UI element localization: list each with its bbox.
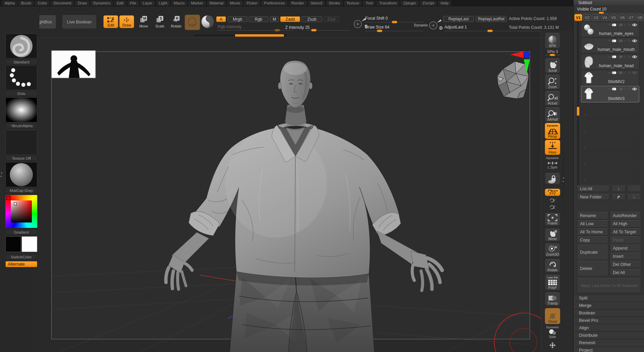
button-copy[interactable]: Copy — [577, 236, 608, 244]
move-out-folder-button[interactable]: ↱ — [611, 194, 626, 200]
move-into-folder-button[interactable]: ↳ — [627, 194, 641, 200]
uv-toggle-icon[interactable]: ◐ — [624, 23, 626, 26]
menu-movie[interactable]: Movie — [227, 1, 243, 6]
menu-draw[interactable]: Draw — [75, 1, 89, 6]
menu-alpha[interactable]: Alpha — [2, 1, 17, 6]
alpha-mode-button[interactable]: A — [216, 16, 226, 22]
subtool-dropdown-icon[interactable]: ▾ — [608, 55, 610, 59]
menu-brush[interactable]: Brush — [18, 1, 34, 6]
button-autoreorder[interactable]: AutoReorder — [610, 212, 641, 219]
draw-button[interactable]: Draw — [119, 15, 134, 28]
adjust-last-thumb[interactable] — [487, 30, 493, 32]
polypaint-toggle-icon[interactable] — [611, 71, 617, 74]
brush-thumbnail[interactable] — [5, 34, 37, 59]
button-del-other[interactable]: Del Other — [610, 261, 641, 268]
rgb-intensity-slider[interactable] — [217, 30, 293, 31]
menu-marker[interactable]: Marker — [188, 1, 206, 6]
version-tab-v8[interactable]: V8 — [636, 14, 644, 21]
shelf-actual-button[interactable]: x1Actual — [545, 91, 560, 106]
menu-light[interactable]: Light — [156, 1, 170, 6]
alpha-thumbnail[interactable] — [5, 97, 37, 122]
menu-zplugin[interactable]: Zplugin — [400, 1, 419, 6]
shelf-frame-button[interactable]: Frame — [545, 213, 560, 226]
polypaint-toggle-icon[interactable] — [618, 55, 623, 58]
shelf-solo-button[interactable]: Solo — [545, 329, 560, 339]
section-project[interactable]: Project — [574, 347, 644, 352]
spix-slider[interactable]: SPix 3 — [545, 50, 560, 56]
subtool-row-empty[interactable] — [581, 136, 639, 151]
shelf-xyz-button[interactable]: XYZXYZ — [545, 189, 560, 196]
m-button[interactable]: M — [270, 16, 279, 22]
subtool-dropdown-icon[interactable]: ▾ — [608, 23, 610, 26]
texture-thumbnail[interactable] — [5, 130, 37, 155]
menu-document[interactable]: Document — [51, 1, 74, 6]
uv-toggle-icon[interactable]: ◐ — [624, 55, 626, 59]
shelf-bpr-button[interactable]: BPR — [545, 33, 560, 48]
move-subtool-up-button[interactable]: ↑ — [611, 186, 626, 192]
button-paste[interactable]: Paste — [610, 236, 641, 244]
shelf-zoom-button[interactable]: Zoom — [545, 75, 560, 90]
polypaint-toggle-icon[interactable] — [611, 39, 617, 42]
spix-thumb[interactable] — [550, 54, 555, 56]
visibility-eye-icon[interactable] — [632, 39, 637, 42]
paint-toggle-icon[interactable]: ✎ — [628, 71, 630, 75]
subtool-dropdown-icon[interactable]: ▾ — [608, 71, 610, 75]
subtool-row-ShirtMV2[interactable]: ▾◐✎ShirtMV2 — [581, 70, 639, 85]
section-merge[interactable]: Merge — [574, 302, 644, 309]
subtool-row-empty[interactable] — [581, 152, 639, 168]
material-ball-button[interactable] — [201, 15, 215, 29]
button-new-folder[interactable]: New Folder — [577, 194, 609, 200]
uv-toggle-icon[interactable]: ◐ — [624, 39, 626, 42]
visible-count-slider[interactable] — [576, 13, 642, 13]
menu-picker[interactable]: Picker — [244, 1, 260, 6]
tray-scroll-right-arrow[interactable]: ▸ — [1, 175, 2, 178]
version-tab-v2[interactable]: V2 — [583, 14, 591, 21]
shelf-scroll-right-arrow[interactable]: ▸ — [563, 180, 564, 183]
button-delete[interactable]: Delete — [577, 261, 608, 276]
shelf-scroll-button[interactable]: Scroll — [545, 58, 560, 73]
menu-stencil[interactable]: Stencil — [308, 1, 325, 6]
menu-layer[interactable]: Layer — [140, 1, 155, 6]
matcap-thumbnail[interactable] — [5, 162, 37, 187]
shelf-movev-button[interactable]: Move — [545, 229, 560, 241]
subtool-dropdown-icon[interactable]: ▾ — [608, 39, 610, 42]
draw-size-slider[interactable] — [365, 31, 423, 31]
shelf-aahalf-button[interactable]: AAHalf — [545, 107, 560, 122]
version-tab-v4[interactable]: V4 — [601, 14, 609, 21]
menu-transform[interactable]: Transform — [376, 1, 399, 6]
paint-toggle-icon[interactable]: ✎ — [628, 55, 630, 59]
menu-dynamics[interactable]: Dynamics — [90, 1, 113, 6]
rgb-button[interactable]: Rgb — [249, 16, 268, 22]
mrgb-button[interactable]: Mrgb — [228, 16, 247, 22]
section-remesh[interactable]: Remesh — [574, 339, 644, 346]
shelf-scroll-strip[interactable]: ◂▸ — [562, 146, 565, 214]
move-gizmo-button[interactable]: M Move — [138, 15, 149, 29]
subtool-row-empty[interactable] — [581, 103, 639, 118]
subtool-scrollbar-thumb[interactable] — [577, 107, 579, 116]
menu-file[interactable]: File — [127, 1, 139, 6]
subtool-row-human_male_eyes[interactable]: ▾◐✎human_male_eyes — [581, 22, 639, 37]
button-duplicate[interactable]: Duplicate — [577, 245, 608, 260]
version-tab-v7[interactable]: V7 — [627, 14, 635, 21]
button-append[interactable]: Append — [610, 245, 641, 252]
polypaint-toggle-icon[interactable] — [611, 87, 617, 91]
shelf-zoom3d-button[interactable]: Zoom3D — [545, 243, 560, 257]
menu-color[interactable]: Color — [35, 1, 49, 6]
version-tab-v1[interactable]: V1 — [574, 14, 582, 21]
subtool-row-human_male_mouth[interactable]: ▾◐✎human_male_mouth — [581, 38, 639, 53]
menu-texture[interactable]: Texture — [344, 1, 362, 6]
tray-tile-alpha[interactable]: ~BrushAlpha — [5, 97, 37, 128]
draw-size-thumb[interactable] — [377, 30, 382, 32]
nav-thumbnail[interactable] — [51, 51, 96, 78]
shelf-rotz-button[interactable]: Z — [545, 204, 560, 210]
button-all-high[interactable]: All High — [610, 220, 641, 228]
stroke-thumbnail[interactable] — [5, 65, 37, 90]
uv-toggle-icon[interactable]: ◐ — [624, 87, 626, 91]
shelf-rotatev-button[interactable]: Rotate — [545, 259, 560, 273]
shelf-lock-button[interactable] — [545, 173, 560, 184]
polypaint-toggle-icon[interactable] — [618, 87, 623, 91]
scale-gizmo-button[interactable]: S Scale — [154, 15, 166, 29]
shelf-ghost-button[interactable]: Ghost — [545, 308, 560, 324]
zadd-button[interactable]: Zadd — [280, 16, 300, 22]
tray-tile-brush[interactable]: Standard — [5, 34, 37, 64]
